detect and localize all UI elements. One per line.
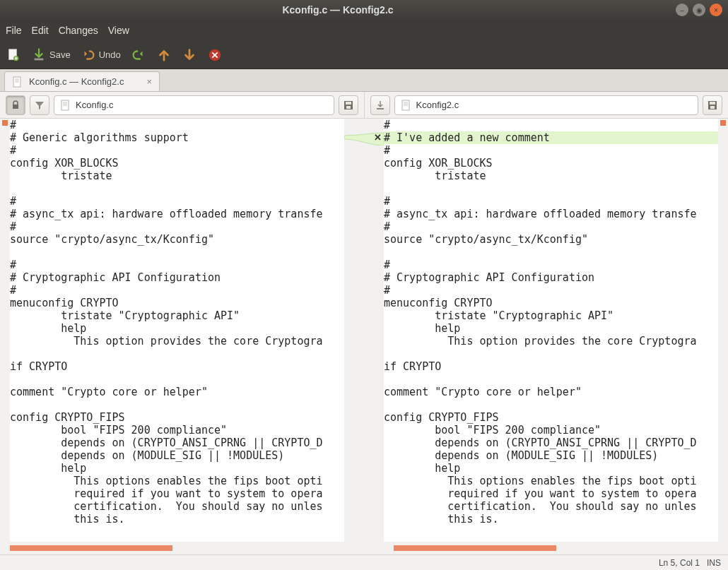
cursor-position: Ln 5, Col 1 bbox=[659, 558, 700, 568]
tabbar: Kconfig.c — Kconfig2.c × bbox=[0, 69, 728, 92]
file-header-left: Kconfig.c bbox=[0, 92, 365, 118]
svg-rect-8 bbox=[346, 102, 351, 105]
code-left: # # Generic algorithms support # config … bbox=[10, 119, 323, 526]
redo-icon bbox=[131, 47, 146, 63]
lock-left-button[interactable] bbox=[6, 95, 25, 115]
save-right-button[interactable] bbox=[703, 95, 722, 115]
tab-close-icon[interactable]: × bbox=[146, 76, 152, 87]
window-controls: – ◉ × bbox=[676, 4, 728, 16]
svg-rect-13 bbox=[710, 102, 715, 105]
menu-edit[interactable]: Edit bbox=[32, 25, 49, 36]
document-icon bbox=[12, 76, 23, 88]
hscroll-left[interactable] bbox=[0, 542, 344, 554]
save-icon bbox=[31, 47, 47, 63]
arrow-down-icon bbox=[182, 47, 197, 63]
diff-area: # # Generic algorithms support # config … bbox=[0, 119, 728, 542]
code-right-changed: # I've added a new comment bbox=[384, 131, 718, 144]
hscroll-right[interactable] bbox=[384, 542, 728, 554]
tab-label: Kconfig.c — Kconfig2.c bbox=[29, 76, 124, 87]
menu-view[interactable]: View bbox=[108, 25, 129, 36]
save-small-icon bbox=[343, 100, 354, 111]
close-button[interactable]: × bbox=[710, 4, 722, 16]
next-change-button[interactable] bbox=[182, 47, 197, 63]
file-path-right[interactable]: Kconfig2.c bbox=[394, 95, 699, 115]
diff-delete-icon[interactable]: ✕ bbox=[374, 132, 382, 143]
menu-changes[interactable]: Changes bbox=[59, 25, 98, 36]
insert-mode: INS bbox=[707, 558, 721, 568]
code-right-post: # config XOR_BLOCKS tristate # # async_t… bbox=[384, 144, 697, 526]
tab-active[interactable]: Kconfig.c — Kconfig2.c × bbox=[4, 71, 160, 91]
arrow-up-icon bbox=[156, 47, 172, 63]
file-headers: Kconfig.c Kconfig2.c bbox=[0, 92, 728, 119]
undo-label: Undo bbox=[99, 49, 121, 60]
code-pane-right[interactable]: # # I've added a new comment# config XOR… bbox=[384, 119, 718, 542]
overview-gutter-left[interactable] bbox=[0, 119, 10, 542]
svg-rect-14 bbox=[710, 106, 715, 109]
file-path-right-text: Kconfig2.c bbox=[416, 100, 459, 110]
file-path-left[interactable]: Kconfig.c bbox=[54, 95, 334, 115]
stop-icon bbox=[207, 47, 223, 63]
download-icon bbox=[375, 100, 386, 111]
window-title: Kconfig.c — Kconfig2.c bbox=[0, 4, 676, 16]
save-small-icon bbox=[707, 100, 718, 111]
svg-rect-2 bbox=[35, 58, 44, 60]
statusbar: Ln 5, Col 1 INS bbox=[0, 554, 728, 570]
filter-left-button[interactable] bbox=[30, 95, 49, 115]
file-header-right: Kconfig2.c bbox=[365, 92, 729, 118]
undo-icon bbox=[81, 47, 96, 63]
save-left-button[interactable] bbox=[339, 95, 358, 115]
titlebar: Kconfig.c — Kconfig2.c – ◉ × bbox=[0, 0, 728, 20]
redo-button[interactable] bbox=[131, 47, 146, 63]
undo-button[interactable]: Undo bbox=[81, 47, 121, 63]
menubar: File Edit Changes View bbox=[0, 20, 728, 41]
code-right-pre: # bbox=[384, 119, 390, 131]
load-right-button[interactable] bbox=[370, 95, 390, 115]
svg-rect-5 bbox=[13, 105, 18, 109]
center-link-strip: ✕ bbox=[344, 119, 384, 542]
document-icon bbox=[60, 100, 71, 111]
minimize-button[interactable]: – bbox=[676, 4, 688, 16]
file-path-left-text: Kconfig.c bbox=[76, 100, 113, 110]
save-label: Save bbox=[49, 49, 71, 60]
hscroll-area bbox=[0, 542, 728, 554]
save-button[interactable]: Save bbox=[31, 47, 71, 63]
lock-icon bbox=[10, 100, 21, 111]
stop-button[interactable] bbox=[207, 47, 223, 63]
code-pane-left[interactable]: # # Generic algorithms support # config … bbox=[10, 119, 344, 542]
overview-gutter-right[interactable] bbox=[718, 119, 728, 542]
document-icon bbox=[401, 100, 412, 111]
svg-rect-9 bbox=[346, 106, 351, 109]
menu-file[interactable]: File bbox=[6, 25, 22, 36]
prev-change-button[interactable] bbox=[156, 47, 172, 63]
document-new-icon bbox=[6, 47, 21, 63]
filter-icon bbox=[34, 100, 45, 111]
new-button[interactable] bbox=[6, 47, 21, 63]
hscroll-thumb-right[interactable] bbox=[394, 545, 556, 551]
hscroll-thumb-left[interactable] bbox=[10, 545, 172, 551]
svg-rect-10 bbox=[377, 108, 384, 109]
toolbar: Save Undo bbox=[0, 41, 728, 69]
maximize-button[interactable]: ◉ bbox=[693, 4, 705, 16]
